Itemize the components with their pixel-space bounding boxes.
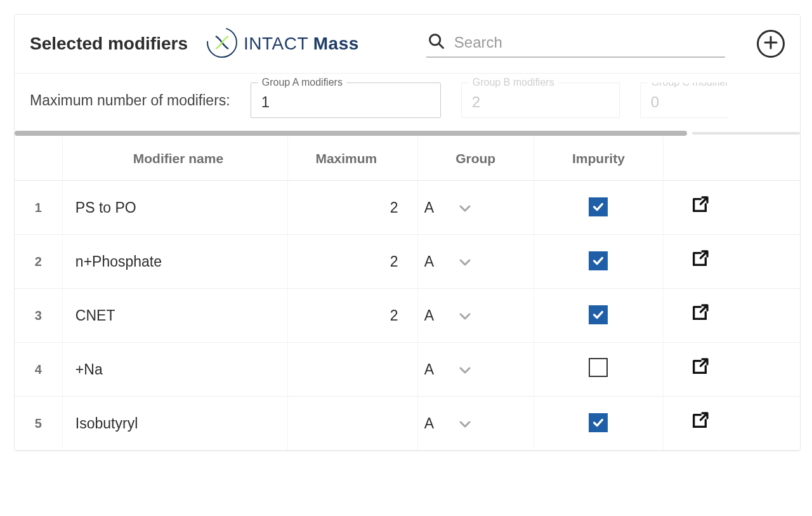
scrollbar-thumb[interactable] <box>15 131 687 136</box>
max-modifiers-label: Maximum number of modifiers: <box>30 92 230 109</box>
dna-icon <box>206 26 239 62</box>
group-value: A <box>424 415 434 432</box>
search-icon <box>428 32 445 53</box>
impurity-cell <box>534 181 664 235</box>
plus-icon <box>764 36 778 52</box>
add-modifier-button[interactable] <box>757 30 785 58</box>
impurity-checkbox[interactable] <box>589 358 608 377</box>
modifiers-panel: Selected modifiers INTACT Mass <box>14 14 801 451</box>
table-row: 5IsobutyrylA <box>15 397 800 451</box>
impurity-checkbox[interactable] <box>589 251 608 270</box>
row-index: 2 <box>15 235 62 289</box>
modifier-name-cell: CNET <box>62 289 287 343</box>
open-button[interactable] <box>689 358 710 380</box>
panel-title: Selected modifiers <box>30 34 188 54</box>
row-index: 1 <box>15 181 62 235</box>
group-cell[interactable]: A <box>417 289 534 343</box>
maximum-cell[interactable] <box>288 397 418 451</box>
actions-cell <box>664 235 800 289</box>
chevron-down-icon <box>459 199 471 216</box>
group-limits-row: Maximum number of modifiers: Group A mod… <box>15 73 800 129</box>
actions-cell <box>664 343 800 397</box>
group-a-field[interactable]: Group A modifiers <box>251 83 441 118</box>
modifier-name-cell: Isobutyryl <box>62 397 287 451</box>
chevron-down-icon <box>459 361 471 378</box>
group-c-field[interactable]: Group C modifiers <box>640 83 729 118</box>
group-value: A <box>424 361 434 378</box>
group-cell[interactable]: A <box>417 181 534 235</box>
brand-logo: INTACT Mass <box>206 26 359 62</box>
row-index: 4 <box>15 343 62 397</box>
actions-cell <box>664 181 800 235</box>
svg-line-2 <box>438 44 443 48</box>
col-header-group[interactable]: Group <box>417 137 534 181</box>
impurity-cell <box>534 289 664 343</box>
chevron-down-icon <box>459 415 471 432</box>
open-in-new-icon <box>690 195 710 219</box>
search-field[interactable] <box>426 30 725 58</box>
maximum-cell[interactable]: 2 <box>288 235 418 289</box>
group-a-legend: Group A modifiers <box>258 77 346 88</box>
open-button[interactable] <box>689 196 710 218</box>
maximum-cell[interactable]: 2 <box>288 181 418 235</box>
impurity-checkbox[interactable] <box>589 413 608 432</box>
open-in-new-icon <box>690 411 710 435</box>
horizontal-scrollbar[interactable] <box>15 129 800 137</box>
group-cell[interactable]: A <box>417 397 534 451</box>
col-header-actions <box>664 137 800 181</box>
panel-header: Selected modifiers INTACT Mass <box>15 15 800 73</box>
group-cell[interactable]: A <box>417 235 534 289</box>
modifier-name-cell: n+Phosphate <box>62 235 287 289</box>
group-value: A <box>424 199 434 216</box>
table-row: 2n+Phosphate2A <box>15 235 800 289</box>
col-header-max[interactable]: Maximum <box>288 137 418 181</box>
group-b-legend: Group B modifiers <box>469 77 558 88</box>
table-row: 4+NaA <box>15 343 800 397</box>
open-in-new-icon <box>690 357 710 381</box>
col-header-name[interactable]: Modifier name <box>62 137 287 181</box>
col-header-index <box>15 137 62 181</box>
impurity-cell <box>534 397 664 451</box>
row-index: 3 <box>15 289 62 343</box>
search-input[interactable] <box>453 33 724 52</box>
maximum-cell[interactable] <box>288 343 418 397</box>
maximum-cell[interactable]: 2 <box>288 289 418 343</box>
table-row: 3CNET2A <box>15 289 800 343</box>
row-index: 5 <box>15 397 62 451</box>
group-value: A <box>424 253 434 270</box>
open-in-new-icon <box>690 303 710 327</box>
open-button[interactable] <box>689 304 710 326</box>
chevron-down-icon <box>459 307 471 324</box>
group-value: A <box>424 307 434 324</box>
chevron-down-icon <box>459 253 471 270</box>
modifier-name-cell: PS to PO <box>62 181 287 235</box>
impurity-checkbox[interactable] <box>589 305 608 324</box>
col-header-impurity[interactable]: Impurity <box>534 137 664 181</box>
modifier-name-cell: +Na <box>62 343 287 397</box>
table-row: 1PS to PO2A <box>15 181 800 235</box>
group-cell[interactable]: A <box>417 343 534 397</box>
open-button[interactable] <box>689 412 710 433</box>
impurity-checkbox[interactable] <box>589 197 608 216</box>
group-b-field[interactable]: Group B modifiers <box>461 83 620 118</box>
impurity-cell <box>534 343 664 397</box>
modifiers-table: Modifier name Maximum Group Impurity 1PS… <box>15 137 800 451</box>
group-c-legend: Group C modifiers <box>648 83 729 88</box>
actions-cell <box>664 289 800 343</box>
open-button[interactable] <box>689 250 710 272</box>
brand-text: INTACT Mass <box>244 34 359 54</box>
actions-cell <box>664 397 800 451</box>
open-in-new-icon <box>690 249 710 273</box>
impurity-cell <box>534 235 664 289</box>
